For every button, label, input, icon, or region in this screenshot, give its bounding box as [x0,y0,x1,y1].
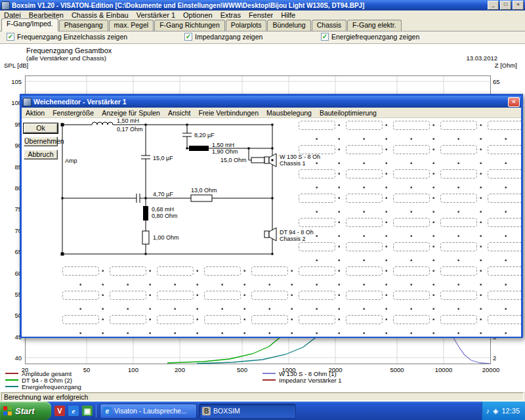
system-tray: ♪ ◈ 12:35 [482,402,525,420]
menu-extras[interactable]: Extras [217,11,245,19]
legend-item: Amplitude gesamt [5,370,72,377]
editor-buttons: Ok Übernehmen Abbruch [24,123,60,163]
boxsim-task-icon: B [202,407,211,415]
x-tick: 5000 [381,366,413,373]
checkbox-label: Impedanzgang zeigen [195,33,262,41]
weicheneditor-window: Weicheneditor - Verstärker 1 × Aktion Fe… [20,94,523,338]
tray-status-icon[interactable]: ◈ [493,407,498,415]
editor-app-icon [23,98,32,106]
tab-polarplots[interactable]: Polarplots [226,20,267,31]
legend-line [262,379,276,381]
desktop: Boxsim V1.20 - VISATON-Edition [C:\Dokum… [0,0,525,420]
y-tick: 40 [5,354,22,362]
x-tick: 10000 [427,366,460,373]
tab-buendelung[interactable]: Bündelung [267,20,310,31]
tab-chassis[interactable]: Chassis [312,20,346,31]
schematic-canvas[interactable]: Amp 1,50 mH 0,17 Ohm 8,20 µF 1,50 mH 1,9… [22,118,521,337]
checkbox-impedanzgang[interactable]: ✓ Impedanzgang zeigen [184,33,262,41]
coil-symbol-cored-shunt[interactable] [143,206,148,220]
taskbar: Start V e ▣ e Visaton - Lautspreche... B… [0,402,525,420]
resistor-symbol-13ohm[interactable] [191,195,212,201]
res-notch-label: 15,0 Ohm [220,157,247,163]
quicklaunch-icon-3[interactable]: ▣ [82,406,93,416]
browser-icon: e [103,407,112,415]
main-window-title: Boxsim V1.20 - VISATON-Edition [C:\Dokum… [12,2,486,9]
woofer-chassis-label: Chassis 1 [280,160,306,167]
editor-menubar: Aktion Fenstergröße Anzeige für Spulen A… [22,108,521,118]
x-tick: 100 [117,366,150,373]
legend-label: Impedanz Verstärker 1 [279,377,342,384]
tweeter-chassis-label: Chassis 2 [280,236,306,242]
editor-menu-fenstergroesse[interactable]: Fenstergröße [49,109,98,117]
coil1-value-label: 1,50 mH [117,118,139,124]
legend-line [5,379,18,381]
checkbox-icon: ✓ [7,33,14,41]
coil-notch-res-label: 1,90 Ohm [212,148,238,155]
checkbox-einzelchassis[interactable]: ✓ Frequenzgang Einzelchassis zeigen [7,33,127,41]
chart-date: 13.03.2012 [466,54,497,62]
cap-notch-label: 8,20 µF [194,132,215,138]
menu-verstaerker[interactable]: Verstärker 1 [133,11,179,19]
editor-menu-anzeige-spulen[interactable]: Anzeige für Spulen [98,109,164,117]
tab-fgang-elektr[interactable]: F-Gang elektr. [347,20,402,31]
res-tweeter-series-label: 13,0 Ohm [191,187,217,194]
tab-fgang-imped[interactable]: F-Gang/Imped. [1,18,58,32]
close-icon[interactable]: × [513,1,524,10]
woofer-name-label: W 130 S - 8 Oh [280,154,320,160]
volume-icon[interactable]: ♪ [486,407,490,415]
start-label: Start [15,406,35,416]
apply-button[interactable]: Übernehmen [24,136,58,146]
quicklaunch-icon-1[interactable]: V [54,406,65,416]
tab-fgang-richtungen[interactable]: F-Gang Richtungen [154,20,225,31]
chart-title: Frequenzgang Gesamtbox [26,47,112,54]
quicklaunch-ie-icon[interactable]: e [68,406,79,416]
checkbox-label: Frequenzgang Einzelchassis zeigen [17,33,127,41]
menu-chassis-einbau[interactable]: Chassis & Einbau [68,11,133,19]
coil-notch-value-label: 1,50 mH [212,142,234,148]
task-label: Visaton - Lautspreche... [114,407,187,415]
editor-menu-freie-verbindungen[interactable]: Freie Verbindungen [194,109,262,117]
tab-phasengang[interactable]: Phasengang [59,20,108,31]
taskbar-separator [96,404,96,417]
editor-menu-aktion[interactable]: Aktion [22,109,49,117]
legend-item: W 130 S - 8 Ohm (1) [262,370,337,377]
editor-titlebar: Weicheneditor - Verstärker 1 × [22,96,521,108]
y-right-axis-label: Z [Ohm] [495,62,517,69]
coil-shunt-res-label: 0,80 Ohm [152,213,178,219]
amp-label: Amp [65,158,77,164]
boxsim-app-icon [1,1,10,10]
tab-strip: F-Gang/Imped. Phasengang max. Pegel F-Ga… [0,20,525,32]
main-window-titlebar: Boxsim V1.20 - VISATON-Edition [C:\Dokum… [0,0,525,10]
y-tick: 105 [5,78,22,85]
cap-tweeter-label: 4,70 µF [153,191,173,198]
z-tick: 65 [493,78,509,85]
legend-line [5,386,18,387]
maximize-icon[interactable]: □ [500,1,511,10]
coil1-res-label: 0,17 Ohm [117,126,143,133]
editor-close-icon[interactable]: × [508,97,520,107]
checkbox-label: Energiefrequenzgang zeigen [331,33,419,41]
task-button-boxsim[interactable]: B BOXSIM [199,404,296,419]
menu-fenster[interactable]: Fenster [245,11,277,19]
editor-menu-mausbelegung[interactable]: Mausbelegung [262,109,316,117]
task-button-visaton[interactable]: e Visaton - Lautspreche... [100,404,197,419]
editor-menu-ansicht[interactable]: Ansicht [164,109,194,117]
tab-max-pegel[interactable]: max. Pegel [109,20,154,31]
menu-optionen[interactable]: Optionen [179,11,217,19]
legend-item: Energiefrequenzgang [5,383,81,390]
ok-button[interactable]: Ok [24,123,58,133]
menu-hilfe[interactable]: Hilfe [277,11,299,19]
checkbox-energiefrequenzgang[interactable]: ✓ Energiefrequenzgang zeigen [321,33,419,41]
minimize-icon[interactable]: _ [488,1,499,10]
editor-menu-bauteiloptimierung[interactable]: Bauteiloptimierung [316,109,381,117]
coil-symbol-cored-notch[interactable] [189,146,209,151]
cancel-button[interactable]: Abbruch [24,150,58,159]
start-button[interactable]: Start [0,402,51,420]
cap-shunt-woofer-label: 15,0 µF [153,155,173,161]
resistor-symbol-15ohm[interactable] [251,158,264,163]
legend-line [5,373,18,374]
status-text: Berechnung war erfolgreich [1,392,524,401]
resistor-symbol-1ohm[interactable] [142,231,149,244]
editor-title: Weicheneditor - Verstärker 1 [33,98,508,106]
checkbox-icon: ✓ [184,33,192,41]
